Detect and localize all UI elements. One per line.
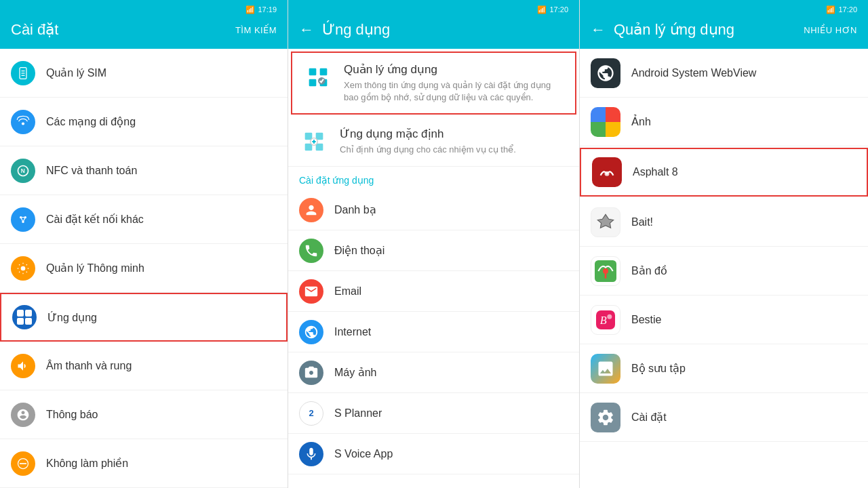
left-list: Quản lý SIM Các mạng di động N NFC và th… bbox=[0, 49, 288, 488]
right-app-list: Android System WebView Ảnh Asphalt 8 bbox=[580, 49, 868, 488]
left-title: Cài đặt bbox=[11, 21, 58, 39]
nfc-label: NFC và thanh toán bbox=[46, 165, 137, 177]
splanner-label: S Planner bbox=[334, 407, 382, 420]
middle-back-button[interactable]: ← bbox=[299, 21, 314, 39]
left-time: 17:19 bbox=[258, 5, 277, 14]
contacts-item[interactable]: Danh bạ bbox=[288, 190, 579, 230]
maps-app-item[interactable]: Bản đồ bbox=[580, 247, 868, 296]
svg-point-33 bbox=[603, 268, 608, 274]
svg-point-31 bbox=[605, 171, 610, 176]
bait-app-name: Bait! bbox=[631, 216, 653, 228]
nfc-icon: N bbox=[11, 159, 35, 183]
middle-status-bar: 📶 17:20 bbox=[299, 3, 568, 16]
svg-rect-21 bbox=[320, 68, 328, 76]
svoice-item[interactable]: S Voice App bbox=[288, 434, 579, 474]
settings-app-item[interactable]: Cài đặt bbox=[580, 393, 868, 442]
camera-label: Máy ảnh bbox=[334, 366, 376, 379]
email-item[interactable]: Email bbox=[288, 271, 579, 312]
sound-label: Âm thanh và rung bbox=[46, 360, 132, 372]
panel-right: 📶 17:20 ← Quản lý ứng dụng NHIỀU HƠN And… bbox=[580, 0, 868, 488]
right-header-back: ← Quản lý ứng dụng bbox=[591, 21, 734, 39]
bestie-app-icon: B bbox=[591, 305, 620, 335]
manage-apps-title: Quản lý ứng dụng bbox=[344, 62, 564, 77]
webview-app-name: Android System WebView bbox=[631, 67, 756, 79]
camera-item[interactable]: Máy ảnh bbox=[288, 352, 579, 393]
bait-app-item[interactable]: Bait! bbox=[580, 198, 868, 247]
email-label: Email bbox=[334, 285, 361, 298]
right-back-button[interactable]: ← bbox=[591, 21, 606, 39]
right-time: 17:20 bbox=[838, 5, 857, 14]
bestie-app-name: Bestie bbox=[631, 314, 661, 326]
mobile-label: Các mạng di động bbox=[46, 115, 136, 128]
default-apps-icon bbox=[299, 127, 329, 157]
left-header: 📶 17:19 Cài đặt TÌM KIẾM bbox=[0, 0, 288, 49]
sidebar-item-notifications[interactable]: Thông báo bbox=[0, 390, 288, 439]
settings-app-icon bbox=[591, 403, 620, 432]
contacts-label: Danh bạ bbox=[334, 203, 376, 216]
phone-item[interactable]: Điện thoại bbox=[288, 230, 579, 271]
photos-app-item[interactable]: Ảnh bbox=[580, 98, 868, 146]
photos-app-name: Ảnh bbox=[631, 115, 651, 128]
svg-point-4 bbox=[22, 122, 24, 125]
gallery-app-name: Bộ sưu tập bbox=[631, 362, 686, 375]
gallery-app-item[interactable]: Bộ sưu tập bbox=[580, 344, 868, 393]
notifications-icon bbox=[11, 403, 35, 427]
apps-label: Ứng dụng bbox=[47, 311, 97, 324]
panel-middle: 📶 17:20 ← Ứng dụng bbox=[288, 0, 580, 488]
svoice-icon bbox=[299, 442, 323, 466]
maps-app-name: Bản đồ bbox=[631, 264, 667, 277]
internet-icon bbox=[299, 320, 323, 344]
sidebar-item-apps[interactable]: Ứng dụng bbox=[0, 293, 288, 342]
donotdisturb-icon bbox=[11, 451, 35, 476]
default-apps-item[interactable]: Ứng dụng mặc định Chỉ định ứng dụng cho … bbox=[288, 117, 579, 167]
sidebar-item-mobile[interactable]: Các mạng di động bbox=[0, 98, 288, 146]
manage-apps-subtitle: Xem thông tin ứng dụng và quản lý cài đặ… bbox=[344, 79, 564, 104]
manage-apps-item[interactable]: Quản lý ứng dụng Xem thông tin ứng dụng … bbox=[291, 52, 576, 115]
internet-label: Internet bbox=[334, 326, 371, 338]
grid-icon bbox=[17, 310, 32, 325]
middle-list: Quản lý ứng dụng Xem thông tin ứng dụng … bbox=[288, 49, 579, 488]
svg-point-12 bbox=[21, 266, 26, 270]
splanner-icon: 2 bbox=[299, 401, 323, 426]
svg-line-11 bbox=[23, 217, 25, 222]
sidebar-item-sound[interactable]: Âm thanh và rung bbox=[0, 342, 288, 390]
connection-label: Cài đặt kết nối khác bbox=[46, 213, 144, 226]
email-icon bbox=[299, 279, 323, 304]
svg-line-10 bbox=[21, 217, 23, 222]
sidebar-item-sim[interactable]: Quản lý SIM bbox=[0, 49, 288, 98]
right-more-button[interactable]: NHIỀU HƠN bbox=[804, 25, 857, 35]
svg-text:N: N bbox=[21, 167, 25, 174]
manage-apps-icon bbox=[303, 62, 333, 92]
default-apps-text: Ứng dụng mặc định Chỉ định ứng dụng cho … bbox=[340, 127, 516, 156]
webview-app-icon bbox=[591, 58, 620, 88]
sidebar-item-smart[interactable]: Quản lý Thông minh bbox=[0, 244, 288, 293]
sidebar-item-donotdisturb[interactable]: Không làm phiền bbox=[0, 439, 288, 488]
bestie-app-item[interactable]: B Bestie bbox=[580, 296, 868, 344]
middle-time: 17:20 bbox=[549, 5, 568, 14]
left-header-content: Cài đặt TÌM KIẾM bbox=[11, 16, 277, 43]
manage-apps-text: Quản lý ứng dụng Xem thông tin ứng dụng … bbox=[344, 62, 564, 104]
internet-item[interactable]: Internet bbox=[288, 312, 579, 352]
connection-icon bbox=[11, 207, 35, 232]
splanner-item[interactable]: 2 S Planner bbox=[288, 393, 579, 434]
left-search-button[interactable]: TÌM KIẾM bbox=[235, 25, 277, 35]
apps-icon bbox=[12, 305, 37, 329]
svg-rect-22 bbox=[309, 79, 317, 87]
left-status-bar: 📶 17:19 bbox=[11, 3, 277, 16]
sound-icon bbox=[11, 354, 35, 378]
donotdisturb-label: Không làm phiền bbox=[46, 457, 128, 470]
sidebar-item-nfc[interactable]: N NFC và thanh toán bbox=[0, 146, 288, 195]
asphalt-app-item[interactable]: Asphalt 8 bbox=[580, 148, 868, 197]
right-header-content: ← Quản lý ứng dụng NHIỀU HƠN bbox=[591, 16, 857, 43]
svg-point-36 bbox=[607, 314, 612, 319]
app-settings-label: Cài đặt ứng dụng bbox=[288, 167, 579, 190]
sim-icon bbox=[11, 61, 35, 85]
sidebar-item-connection[interactable]: Cài đặt kết nối khác bbox=[0, 195, 288, 244]
svg-text:B: B bbox=[600, 313, 607, 326]
default-apps-title: Ứng dụng mặc định bbox=[340, 127, 516, 141]
right-status-bar: 📶 17:20 bbox=[591, 3, 857, 16]
camera-icon bbox=[299, 361, 323, 385]
webview-app-item[interactable]: Android System WebView bbox=[580, 49, 868, 98]
svoice-label: S Voice App bbox=[334, 448, 393, 460]
phone-icon bbox=[299, 239, 323, 263]
